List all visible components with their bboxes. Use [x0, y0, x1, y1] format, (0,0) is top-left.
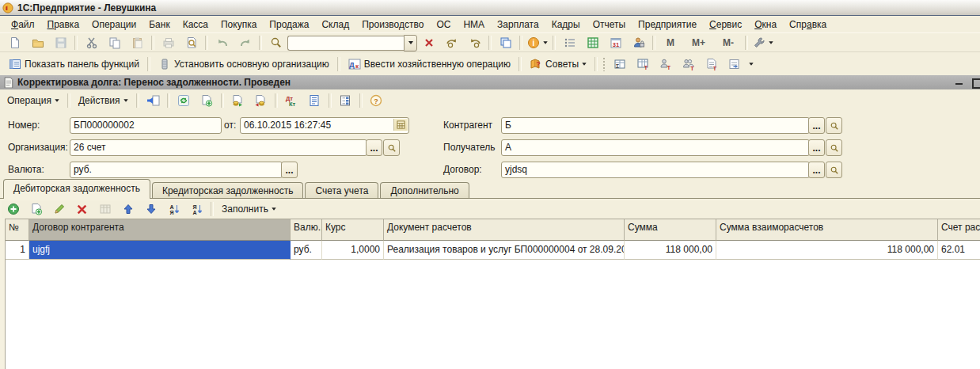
show-function-panel-button[interactable]: Показать панель функций — [3, 55, 145, 74]
date-picker-button[interactable] — [393, 119, 408, 131]
report-table-button[interactable]: Т — [631, 55, 654, 74]
receiver-field[interactable]: А — [501, 139, 810, 156]
sort-asc-button[interactable]: АЯ — [162, 200, 185, 219]
actions-menu-button[interactable]: Действия — [73, 91, 134, 110]
contract-field[interactable]: yjdsq — [501, 162, 810, 178]
tab-receivables[interactable]: Дебиторская задолженность — [3, 179, 150, 199]
journal-button[interactable] — [303, 91, 326, 110]
menu-edit[interactable]: Правка — [41, 17, 86, 32]
new-document-button[interactable] — [3, 33, 26, 52]
users-button[interactable] — [627, 33, 650, 52]
report-transfer-button[interactable] — [723, 55, 746, 74]
report-doc-button[interactable]: Т — [700, 55, 723, 74]
report-sum-button[interactable]: Σ — [608, 55, 631, 74]
cell-document[interactable]: Реализация товаров и услуг БП000000004 о… — [384, 241, 625, 260]
menu-warehouse[interactable]: Склад — [315, 17, 355, 32]
menu-sale[interactable]: Продажа — [263, 17, 315, 32]
menu-operations[interactable]: Операции — [85, 17, 142, 32]
receiver-search-button[interactable] — [826, 139, 842, 156]
paste-button[interactable] — [126, 33, 149, 52]
help-button[interactable]: ? — [365, 91, 388, 110]
number-field[interactable]: БП000000002 — [70, 117, 222, 134]
menu-reports[interactable]: Отчеты — [587, 17, 632, 32]
menu-bank[interactable]: Банк — [142, 17, 176, 32]
copy-row-button[interactable] — [25, 200, 47, 219]
header-contract[interactable]: Договор контрагента — [29, 219, 291, 241]
currency-field[interactable]: руб. — [70, 162, 283, 178]
organization-search-button[interactable] — [383, 139, 400, 156]
search-button[interactable] — [264, 33, 287, 52]
report-person-button[interactable]: Т — [654, 55, 677, 74]
cell-contract[interactable]: ujgfj — [29, 241, 291, 260]
cell-sum[interactable]: 118 000,00 — [625, 241, 716, 260]
post-button[interactable] — [226, 91, 249, 110]
date-field[interactable]: 06.10.2015 16:27:45 — [240, 117, 409, 134]
structure-button[interactable] — [334, 91, 357, 110]
menu-nma[interactable]: НМА — [457, 17, 491, 32]
report-persons-button[interactable]: Т — [677, 55, 700, 74]
print-button[interactable] — [157, 33, 180, 52]
cell-currency[interactable]: руб. — [291, 241, 322, 260]
copy-new-button[interactable] — [196, 91, 218, 110]
delete-row-button[interactable] — [70, 200, 93, 219]
menu-salary[interactable]: Зарплата — [491, 17, 545, 32]
header-account[interactable]: Счет расчетов — [938, 219, 980, 241]
print-preview-button[interactable] — [180, 33, 203, 52]
cell-account[interactable]: 62.01 — [938, 241, 980, 260]
enter-business-operation-button[interactable]: Дк Ввести хозяйственную операцию — [343, 55, 516, 74]
refresh-button[interactable] — [173, 91, 196, 110]
menu-enterprise[interactable]: Предприятие — [632, 17, 703, 32]
menu-windows[interactable]: Окна — [748, 17, 783, 32]
undo-button[interactable] — [211, 33, 234, 52]
windows-list-button[interactable] — [494, 33, 517, 52]
move-down-button[interactable] — [139, 200, 162, 219]
menu-production[interactable]: Производство — [355, 17, 430, 32]
menu-purchase[interactable]: Покупка — [215, 17, 263, 32]
contractor-field[interactable]: Б — [501, 117, 810, 134]
restore-icon[interactable] — [972, 78, 980, 89]
menu-os[interactable]: ОС — [430, 17, 457, 32]
history-button[interactable] — [558, 33, 581, 52]
header-num[interactable]: № — [6, 219, 29, 241]
menu-hr[interactable]: Кадры — [545, 17, 587, 32]
operation-menu-button[interactable]: Операция — [2, 91, 65, 110]
tips-button[interactable]: ? Советы — [524, 55, 592, 74]
write-button[interactable] — [142, 91, 165, 110]
memory-recall-button[interactable]: M — [661, 37, 680, 48]
search-clear-button[interactable] — [417, 33, 440, 52]
search-dropdown-button[interactable] — [404, 35, 417, 51]
cut-button[interactable] — [80, 33, 103, 52]
memory-add-button[interactable]: M+ — [686, 37, 711, 48]
contract-search-button[interactable] — [826, 162, 842, 178]
contractor-select-button[interactable]: ... — [808, 117, 825, 134]
search-input[interactable] — [287, 36, 404, 51]
redo-button[interactable] — [234, 33, 256, 52]
find-next-button[interactable] — [463, 33, 486, 52]
currency-select-button[interactable]: ... — [281, 162, 298, 178]
tab-accounts[interactable]: Счета учета — [305, 182, 378, 199]
contractor-search-button[interactable] — [826, 117, 842, 134]
service-settings-button[interactable] — [750, 33, 776, 52]
open-button[interactable] — [26, 33, 49, 52]
sort-desc-button[interactable]: ЯА — [185, 200, 208, 219]
header-currency[interactable]: Валю... — [291, 219, 322, 241]
menu-service[interactable]: Сервис — [703, 17, 748, 32]
move-up-button[interactable] — [116, 200, 139, 219]
memory-subtract-button[interactable]: M- — [717, 37, 739, 48]
edit-row-button[interactable] — [47, 200, 70, 219]
organization-field[interactable]: 26 счет — [70, 139, 367, 156]
tab-payables[interactable]: Кредиторская задолженность — [152, 182, 303, 199]
header-rate[interactable]: Курс — [322, 219, 384, 241]
header-mutual-sum[interactable]: Сумма взаиморасчетов — [716, 219, 938, 241]
menu-cash[interactable]: Касса — [177, 17, 215, 32]
tab-additional[interactable]: Дополнительно — [380, 182, 469, 199]
fill-button[interactable]: Заполнить — [216, 200, 282, 219]
organization-select-button[interactable]: ... — [366, 139, 382, 156]
info-button[interactable]: i — [525, 33, 550, 52]
calendar-button[interactable]: 31 — [604, 33, 627, 52]
cell-rate[interactable]: 1,0000 — [322, 241, 384, 260]
menu-help[interactable]: Справка — [783, 17, 833, 32]
dtkt-button[interactable]: ДтКт — [280, 91, 303, 110]
contract-select-button[interactable]: ... — [808, 162, 825, 178]
header-document[interactable]: Документ расчетов — [384, 219, 625, 241]
